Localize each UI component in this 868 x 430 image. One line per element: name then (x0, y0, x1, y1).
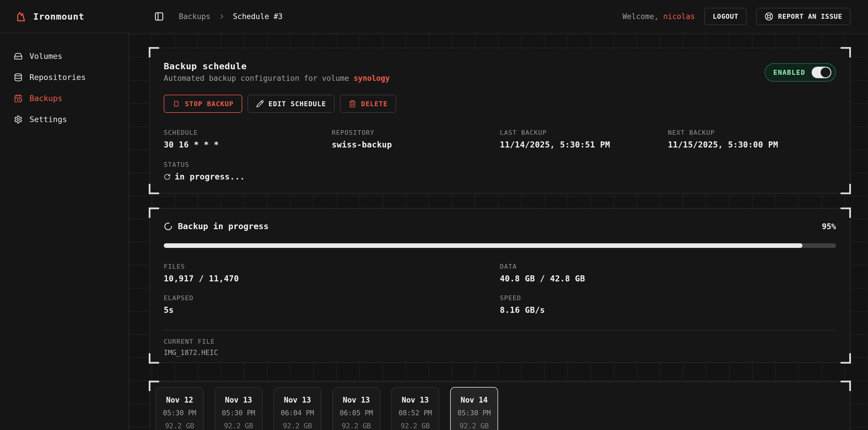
snapshot-date: Nov 13 (402, 396, 429, 404)
field-label: DATA (500, 263, 836, 270)
trash-icon (348, 100, 356, 108)
enabled-toggle[interactable]: ENABLED (765, 63, 836, 82)
stat-elapsed: ELAPSED 5s (164, 294, 500, 315)
logout-button-label: LOGOUT (713, 13, 738, 20)
field-label: CURRENT FILE (164, 338, 836, 345)
field-schedule: SCHEDULE 30 16 * * * (164, 129, 332, 150)
field-value: 11/15/2025, 5:30:00 PM (668, 140, 836, 150)
sidebar-item-settings[interactable]: Settings (0, 109, 128, 130)
welcome-text: Welcome, nicolas (623, 12, 695, 21)
report-issue-button[interactable]: REPORT AN ISSUE (756, 8, 851, 25)
main-content: Backup schedule Automated backup configu… (129, 33, 868, 430)
stop-backup-label: STOP BACKUP (185, 100, 234, 108)
header-right: Welcome, nicolas LOGOUT REPORT AN ISSUE (623, 8, 851, 25)
current-file: CURRENT FILE IMG_1872.HEIC (164, 338, 836, 357)
snapshot-item[interactable]: Nov 13 06:04 PM 92.2 GB (274, 387, 321, 430)
snapshot-time: 06:04 PM (281, 409, 314, 417)
snapshot-item[interactable]: Nov 13 06:05 PM 92.2 GB (332, 387, 380, 430)
sidebar: Volumes Repositories Backups (0, 33, 129, 430)
field-next-backup: NEXT BACKUP 11/15/2025, 5:30:00 PM (668, 129, 836, 150)
field-label: SCHEDULE (164, 129, 332, 136)
field-repository: REPOSITORY swiss-backup (332, 129, 500, 150)
snapshot-date: Nov 12 (166, 396, 193, 404)
snapshot-date: Nov 14 (461, 396, 488, 404)
volume-name: synology (353, 74, 390, 82)
divider (164, 330, 836, 330)
logout-button[interactable]: LOGOUT (704, 8, 747, 25)
corner-bracket (841, 381, 851, 391)
enabled-toggle-label: ENABLED (773, 69, 805, 76)
progress-bar-fill (164, 243, 802, 248)
corner-bracket (841, 207, 851, 218)
field-label: REPOSITORY (332, 129, 500, 136)
edit-schedule-button[interactable]: EDIT SCHEDULE (247, 95, 335, 113)
loader-icon (164, 222, 173, 231)
spinner-icon (164, 173, 170, 180)
snapshot-size: 92.2 GB (401, 422, 430, 430)
field-value: swiss-backup (332, 140, 500, 150)
breadcrumb: Backups Schedule #3 (154, 11, 283, 22)
backup-progress-card: Backup in progress 95% FILES 10,917 / 11… (149, 208, 850, 363)
breadcrumb-section[interactable]: Backups (179, 12, 211, 21)
schedule-fields: SCHEDULE 30 16 * * * REPOSITORY swiss-ba… (164, 129, 836, 150)
snapshot-item[interactable]: Nov 13 05:30 PM 92.2 GB (215, 387, 262, 430)
snapshot-size: 92.2 GB (283, 422, 312, 430)
card-title: Backup schedule (164, 61, 390, 71)
field-value: 5s (164, 305, 500, 315)
sidebar-item-volumes[interactable]: Volumes (0, 45, 128, 67)
delete-button[interactable]: DELETE (340, 95, 396, 113)
toggle-switch[interactable] (812, 67, 831, 78)
snapshot-item[interactable]: Nov 13 08:52 PM 92.2 GB (391, 387, 439, 430)
sidebar-toggle-icon[interactable] (154, 11, 164, 22)
snapshot-size: 92.2 GB (165, 422, 194, 430)
snapshot-time: 05:30 PM (222, 409, 255, 417)
current-file-value: IMG_1872.HEIC (164, 349, 836, 357)
field-label: SPEED (500, 294, 836, 302)
snapshot-date: Nov 13 (225, 396, 252, 404)
sidebar-item-backups[interactable]: Backups (0, 88, 128, 109)
snapshot-time: 05:30 PM (163, 409, 196, 417)
breadcrumb-current: Schedule #3 (233, 12, 283, 21)
edit-schedule-label: EDIT SCHEDULE (269, 100, 326, 108)
app-header: Ironmount Backups Schedule #3 Welcome, n… (0, 0, 868, 33)
calendar-clock-icon (14, 94, 23, 103)
snapshots-card: Nov 12 05:30 PM 92.2 GB Nov 13 05:30 PM … (149, 381, 850, 430)
chevron-right-icon (219, 13, 225, 20)
gear-icon (14, 115, 23, 124)
corner-bracket (149, 381, 159, 391)
snapshot-item[interactable]: Nov 12 05:30 PM 92.2 GB (156, 387, 204, 430)
delete-label: DELETE (361, 100, 388, 108)
snapshot-item-selected[interactable]: Nov 14 05:30 PM 92.2 GB (450, 387, 498, 430)
stop-square-icon (173, 100, 180, 108)
backup-schedule-card: Backup schedule Automated backup configu… (149, 47, 850, 194)
sidebar-item-label: Volumes (29, 52, 62, 61)
field-label: STATUS (164, 161, 836, 168)
field-last-backup: LAST BACKUP 11/14/2025, 5:30:51 PM (500, 129, 668, 150)
corner-bracket (841, 353, 851, 364)
lifebuoy-icon (765, 12, 773, 21)
username: nicolas (663, 12, 695, 21)
corner-bracket (149, 207, 159, 218)
progress-header: Backup in progress 95% (164, 221, 836, 231)
snapshot-date: Nov 13 (284, 396, 311, 404)
progress-percent: 95% (822, 222, 836, 231)
snapshot-time: 05:30 PM (457, 409, 491, 417)
field-label: FILES (164, 263, 500, 270)
stop-backup-button[interactable]: STOP BACKUP (164, 95, 242, 113)
corner-bracket (149, 353, 159, 364)
stat-files: FILES 10,917 / 11,470 (164, 263, 500, 284)
field-value: 11/14/2025, 5:30:51 PM (500, 140, 668, 150)
database-icon (14, 73, 23, 82)
snapshot-list: Nov 12 05:30 PM 92.2 GB Nov 13 05:30 PM … (156, 387, 844, 430)
progress-stats: FILES 10,917 / 11,470 DATA 40.8 GB / 42.… (164, 263, 836, 315)
progress-bar (164, 243, 836, 248)
snapshot-size: 92.2 GB (342, 422, 371, 430)
field-value: 30 16 * * * (164, 140, 332, 150)
stat-speed: SPEED 8.16 GB/s (500, 294, 836, 315)
sidebar-item-repositories[interactable]: Repositories (0, 67, 128, 88)
progress-title: Backup in progress (178, 221, 269, 231)
corner-bracket (149, 184, 159, 194)
snapshot-size: 92.2 GB (459, 422, 489, 430)
card-subtitle: Automated backup configuration for volum… (164, 74, 390, 82)
snapshot-time: 08:52 PM (399, 409, 432, 417)
